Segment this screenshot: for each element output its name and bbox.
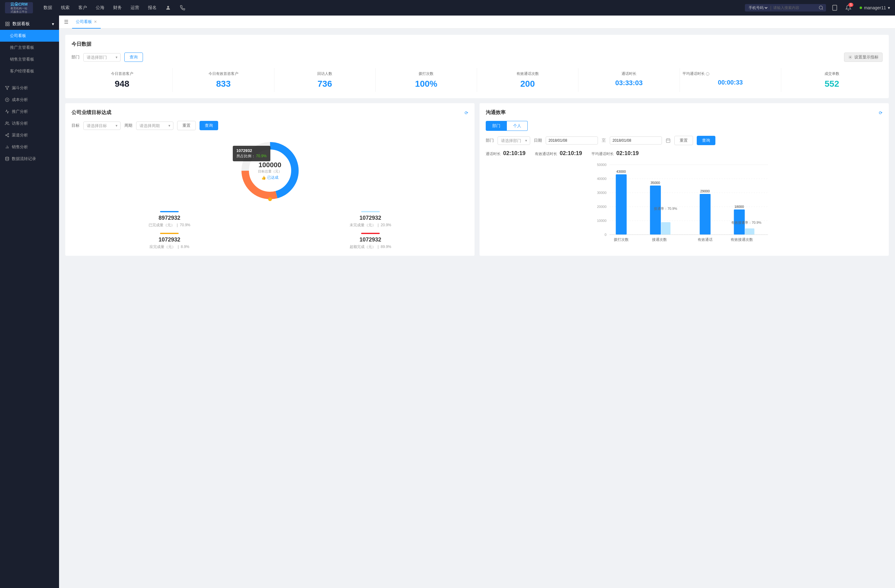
comm-reset-btn[interactable]: 重置 xyxy=(674,136,693,145)
comm-filter-row: 部门 请选择部门 日期 至 重置 查询 xyxy=(486,136,883,145)
nav-ops[interactable]: 运营 xyxy=(126,0,144,15)
sidebar-item-client-mgr[interactable]: 客户经理看板 xyxy=(0,65,59,77)
svg-text:20000: 20000 xyxy=(597,205,607,209)
svg-rect-6 xyxy=(6,24,7,26)
goal-card: 公司业绩目标达成 ⟳ 目标 请选择目标 周期 请选择 xyxy=(65,103,475,256)
svg-point-13 xyxy=(8,133,9,135)
stat-call-duration: 通话时长 03:33:03 xyxy=(578,68,680,92)
nav-phone-icon[interactable] xyxy=(175,0,190,15)
svg-text:有效通话: 有效通话 xyxy=(698,238,713,242)
comm-tab-personal[interactable]: 个人 xyxy=(507,121,528,131)
comm-dept-select-wrapper: 请选择部门 xyxy=(498,136,530,145)
notification-icon[interactable]: 5 xyxy=(843,3,853,13)
nav-data[interactable]: 数据 xyxy=(39,0,56,15)
comm-dept-select[interactable]: 请选择部门 xyxy=(498,136,530,145)
comm-card: 沟通效率 ⟳ 部门 个人 部门 请选择部门 xyxy=(479,103,889,256)
username: manager11 xyxy=(864,5,886,10)
nav-person-icon[interactable] xyxy=(161,0,175,15)
sales-icon xyxy=(5,145,9,149)
logo: 云朵CRM 教育机构一站 式服务云平台 xyxy=(5,2,33,14)
tab-close[interactable]: ✕ xyxy=(94,20,97,24)
search-select[interactable]: 手机号码 xyxy=(747,5,769,10)
svg-text:29000: 29000 xyxy=(700,189,710,193)
sidebar-item-sales[interactable]: 销售分析 xyxy=(0,141,59,153)
comm-card-header: 沟通效率 ⟳ xyxy=(486,109,883,116)
stats-row: 今日首咨客户 948 今日有效首咨客户 833 回访人数 736 拨打次数 10… xyxy=(71,68,883,92)
dashboard-icon xyxy=(5,21,10,26)
nav-leads[interactable]: 线索 xyxy=(56,0,74,15)
user-info[interactable]: manager11 ▾ xyxy=(860,5,890,10)
online-dot xyxy=(860,6,862,9)
comm-date-start[interactable] xyxy=(546,136,598,144)
nav-finance[interactable]: 财务 xyxy=(109,0,126,15)
comm-query-btn[interactable]: 查询 xyxy=(697,136,715,145)
sidebar-item-funnel[interactable]: 漏斗分析 xyxy=(0,82,59,94)
sidebar-item-cost[interactable]: 成本分析 xyxy=(0,94,59,106)
nav-pool[interactable]: 公海 xyxy=(91,0,109,15)
nav-customer[interactable]: 客户 xyxy=(74,0,91,15)
comm-refresh-icon[interactable]: ⟳ xyxy=(879,110,883,115)
goal-label: 目标 xyxy=(71,123,80,128)
svg-text:35000: 35000 xyxy=(651,181,660,185)
period-select[interactable]: 请选择周期 xyxy=(136,121,173,130)
donut-container: 1072932 所占比例： 70.9% xyxy=(236,136,304,205)
sidebar-item-data-flow[interactable]: 数据流转记录 xyxy=(0,153,59,165)
svg-rect-30 xyxy=(666,139,670,142)
svg-line-16 xyxy=(6,135,8,136)
setting-btn[interactable]: 设置显示指标 xyxy=(844,53,883,62)
goal-select-wrapper: 请选择目标 xyxy=(83,121,121,130)
sidebar-item-promo[interactable]: 推广分析 xyxy=(0,106,59,117)
dept-select-wrapper: 请选择部门 xyxy=(83,53,121,62)
comm-card-title: 沟通效率 xyxy=(486,109,506,116)
incomplete-bar xyxy=(361,211,380,212)
stat-new-client: 今日首咨客户 948 xyxy=(71,68,173,92)
tab-company-board[interactable]: 公司看板 ✕ xyxy=(72,15,101,29)
sidebar-item-visitor[interactable]: 访客分析 xyxy=(0,117,59,129)
two-col-section: 公司业绩目标达成 ⟳ 目标 请选择目标 周期 请选择 xyxy=(65,103,889,256)
setting-icon xyxy=(848,55,853,59)
calendar-icon[interactable] xyxy=(666,138,670,143)
stat-valid-calls: 有效通话次数 200 xyxy=(477,68,578,92)
donut-section: 1072932 所占比例： 70.9% xyxy=(71,136,468,205)
tab-bar: ☰ 公司看板 ✕ xyxy=(59,15,895,29)
today-data-card: 今日数据 部门 请选择部门 查询 设置显示指标 xyxy=(65,35,889,98)
search-input[interactable] xyxy=(773,6,817,10)
goal-card-title: 公司业绩目标达成 xyxy=(71,109,111,116)
layout: 数据看板 ▾ 公司看板 推广主管看板 销售主管看板 客户经理看板 漏斗分析 成本… xyxy=(0,15,895,588)
comm-date-end[interactable] xyxy=(610,136,662,144)
menu-toggle[interactable]: ☰ xyxy=(64,19,68,25)
goal-reset-btn[interactable]: 重置 xyxy=(177,121,196,130)
logo-text: 云朵CRM 教育机构一站 式服务云平台 xyxy=(10,2,28,14)
exceeded-bar xyxy=(361,233,380,234)
svg-text:50000: 50000 xyxy=(597,163,607,167)
sidebar-item-sales-mgr[interactable]: 销售主管看板 xyxy=(0,53,59,65)
goal-refresh-icon[interactable]: ⟳ xyxy=(464,110,468,115)
dept-select[interactable]: 请选择部门 xyxy=(83,53,121,62)
svg-rect-59 xyxy=(745,229,754,235)
sidebar-item-company[interactable]: 公司看板 xyxy=(0,30,59,42)
top-nav: 云朵CRM 教育机构一站 式服务云平台 数据 线索 客户 公海 财务 运营 报名… xyxy=(0,0,895,15)
svg-text:18000: 18000 xyxy=(734,205,744,209)
tablet-icon[interactable] xyxy=(830,3,840,13)
svg-rect-5 xyxy=(8,22,9,24)
svg-text:接通次数: 接通次数 xyxy=(652,238,667,242)
svg-point-0 xyxy=(167,6,169,8)
stat-deals: 成交单数 552 xyxy=(781,68,883,92)
svg-text:接通率：70.9%: 接通率：70.9% xyxy=(654,207,677,211)
sidebar-item-channel[interactable]: 渠道分析 xyxy=(0,129,59,141)
nav-signup[interactable]: 报名 xyxy=(144,0,161,15)
comm-tab-dept[interactable]: 部门 xyxy=(486,121,507,131)
page-content: 今日数据 部门 请选择部门 查询 设置显示指标 xyxy=(59,29,895,262)
sidebar-item-promo-mgr[interactable]: 推广主管看板 xyxy=(0,42,59,53)
goal-select[interactable]: 请选择目标 xyxy=(83,121,121,130)
goal-query-btn[interactable]: 查询 xyxy=(200,121,218,130)
notification-badge: 5 xyxy=(848,3,853,7)
nav-items: 数据 线索 客户 公海 财务 运营 报名 xyxy=(39,0,745,15)
sidebar-section-dashboard: 数据看板 ▾ 公司看板 推广主管看板 销售主管看板 客户经理看板 xyxy=(0,15,59,80)
sidebar-section-header[interactable]: 数据看板 ▾ xyxy=(0,18,59,30)
today-filter-left: 部门 请选择部门 查询 xyxy=(71,53,143,62)
search-box[interactable]: 手机号码 | xyxy=(745,4,826,12)
today-query-btn[interactable]: 查询 xyxy=(124,53,143,62)
goal-bottom-stats: 8972932 已完成量（元） | 70.9% 1072932 未完 xyxy=(71,211,468,250)
search-icon[interactable] xyxy=(819,5,824,10)
